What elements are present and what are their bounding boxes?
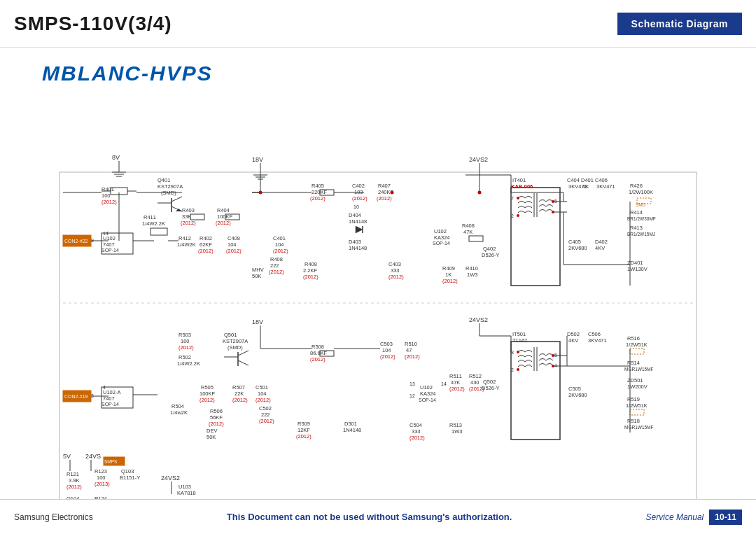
- svg-text:SMD: SMD: [636, 202, 646, 207]
- svg-text:R503: R503: [178, 332, 191, 338]
- svg-text:R519: R519: [627, 396, 640, 402]
- svg-point-106: [517, 197, 519, 199]
- svg-text:100: 100: [102, 192, 111, 199]
- svg-text:7407: 7407: [103, 395, 115, 402]
- footer-right: Service Manual 10-11: [646, 510, 742, 525]
- svg-text:R508: R508: [312, 344, 324, 350]
- svg-text:R408: R408: [270, 256, 283, 262]
- svg-text:T1167: T1167: [512, 337, 527, 344]
- header: SMPS-110V(3/4) Schematic Diagram: [0, 0, 756, 48]
- svg-text:50K: 50K: [252, 273, 261, 279]
- svg-text:(2012): (2012): [377, 195, 392, 202]
- svg-text:U102: U102: [434, 228, 447, 234]
- svg-text:1N4148: 1N4148: [343, 427, 361, 433]
- svg-text:Q401: Q401: [158, 177, 170, 183]
- svg-text:222: 222: [270, 262, 279, 269]
- svg-text:C501: C501: [255, 384, 268, 391]
- svg-text:C506: C506: [588, 331, 601, 337]
- svg-text:47: 47: [406, 347, 412, 353]
- svg-text:7407: 7407: [103, 241, 115, 248]
- svg-text:3KV471: 3KV471: [596, 183, 615, 190]
- svg-text:D402: D402: [595, 239, 608, 245]
- svg-text:ZD401: ZD401: [627, 260, 643, 266]
- svg-text:D404: D404: [349, 212, 361, 218]
- svg-text:Q501: Q501: [224, 332, 237, 338]
- svg-text:C404: C404: [567, 177, 580, 183]
- svg-text:(2012): (2012): [442, 278, 458, 284]
- svg-text:18V: 18V: [252, 318, 263, 325]
- module-title: MBLANC-HVPS: [42, 62, 213, 85]
- svg-text:2: 2: [511, 367, 514, 372]
- svg-text:C408: C408: [227, 235, 240, 241]
- svg-text:BR1/2W15MJ: BR1/2W15MJ: [627, 232, 655, 237]
- svg-text:R510: R510: [405, 341, 417, 347]
- company-name: Samsung Electronics: [14, 512, 93, 522]
- svg-text:R504: R504: [172, 403, 184, 409]
- svg-text:R426: R426: [630, 183, 643, 189]
- svg-point-218: [517, 351, 519, 353]
- svg-text:R507: R507: [232, 384, 245, 391]
- svg-text:7: 7: [511, 196, 514, 201]
- svg-point-285: [391, 191, 394, 195]
- svg-text:24VS: 24VS: [85, 453, 101, 460]
- svg-text:R407: R407: [378, 183, 391, 189]
- svg-text:R506: R506: [210, 408, 223, 414]
- svg-text:(2012): (2012): [255, 397, 271, 403]
- svg-text:R514: R514: [627, 360, 640, 366]
- svg-text:(2012): (2012): [380, 353, 396, 360]
- svg-text:R413: R413: [630, 225, 643, 231]
- svg-text:R409: R409: [442, 265, 455, 272]
- svg-text:KAB-006: KAB-006: [511, 183, 533, 190]
- svg-text:SOP-14: SOP-14: [419, 398, 436, 402]
- svg-text:DEV: DEV: [206, 428, 217, 434]
- svg-text:CON2-#19: CON2-#19: [64, 394, 88, 399]
- svg-text:47K: 47K: [463, 229, 472, 235]
- svg-text:R123: R123: [94, 468, 107, 475]
- svg-text:MGR1W15MF: MGR1W15MF: [624, 425, 654, 430]
- svg-text:R505: R505: [201, 384, 214, 391]
- svg-text:(2012): (2012): [405, 353, 420, 360]
- svg-text:ZD501: ZD501: [627, 377, 643, 384]
- svg-text:100KF: 100KF: [200, 391, 216, 397]
- svg-text:5V: 5V: [63, 453, 71, 460]
- svg-text:18V: 18V: [252, 156, 263, 163]
- svg-text:104: 104: [275, 241, 284, 248]
- svg-text:3: 3: [91, 393, 94, 398]
- svg-text:R412: R412: [178, 235, 191, 241]
- svg-text:IT401: IT401: [512, 177, 526, 183]
- svg-text:R403: R403: [182, 207, 195, 213]
- svg-text:1N4148: 1N4148: [349, 218, 367, 225]
- svg-text:222: 222: [261, 412, 270, 418]
- svg-text:1/4W2K: 1/4W2K: [177, 241, 196, 248]
- svg-text:(2012): (2012): [232, 397, 248, 403]
- svg-text:R512: R512: [469, 373, 482, 379]
- svg-text:4K: 4K: [582, 183, 589, 190]
- svg-rect-42: [190, 214, 204, 220]
- svg-point-219: [517, 368, 519, 371]
- svg-text:12KF: 12KF: [298, 427, 310, 433]
- svg-text:14: 14: [441, 381, 447, 386]
- svg-text:430: 430: [470, 379, 479, 386]
- svg-text:(2012): (2012): [410, 435, 425, 441]
- svg-text:BR1/2W30MF: BR1/2W30MF: [627, 216, 656, 221]
- svg-text:R401: R401: [102, 186, 114, 192]
- svg-text:C502: C502: [259, 405, 272, 412]
- svg-text:B1151-Y: B1151-Y: [120, 475, 140, 481]
- svg-line-149: [238, 360, 248, 365]
- svg-text:(2012): (2012): [198, 248, 214, 254]
- svg-line-148: [238, 351, 248, 356]
- svg-text:24VS2: 24VS2: [161, 475, 180, 482]
- svg-text:4: 4: [103, 385, 106, 390]
- svg-text:8V: 8V: [112, 154, 120, 161]
- svg-text:24VS2: 24VS2: [469, 316, 488, 323]
- svg-text:1/2W51K: 1/2W51K: [626, 402, 648, 409]
- svg-text:14: 14: [103, 231, 108, 236]
- svg-text:C401: C401: [273, 235, 286, 241]
- svg-line-23: [172, 197, 182, 202]
- svg-text:2.2KF: 2.2KF: [303, 267, 317, 274]
- svg-text:IT501: IT501: [512, 331, 526, 337]
- svg-text:1N4148: 1N4148: [349, 245, 367, 251]
- svg-text:MGR1W15MF: MGR1W15MF: [624, 367, 654, 372]
- svg-text:(2012): (2012): [310, 356, 326, 363]
- svg-text:KST2907A: KST2907A: [158, 183, 183, 190]
